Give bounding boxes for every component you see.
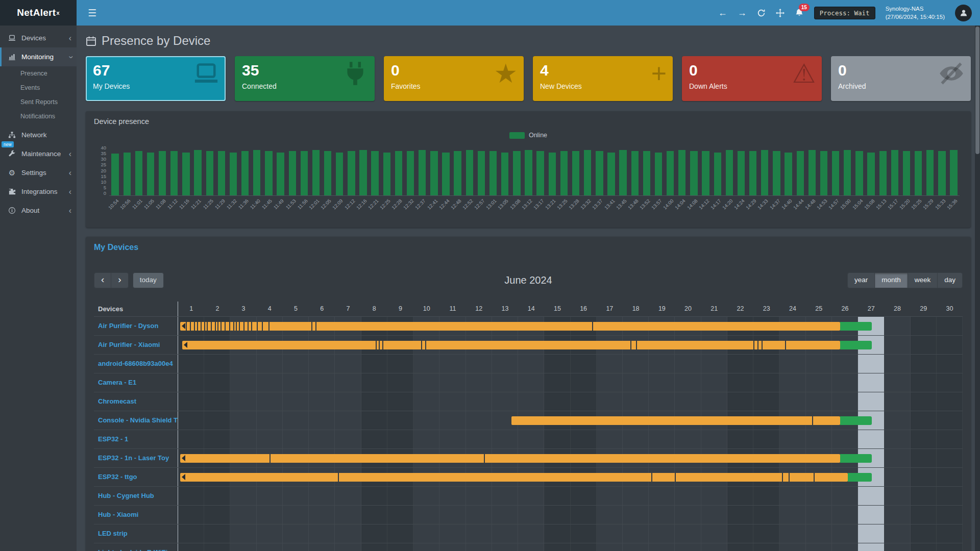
sidebar-item-settings[interactable]: ⚙Settings‹ — [0, 163, 77, 182]
infobox-my-devices[interactable]: 67My Devices — [86, 56, 226, 101]
move-icon[interactable] — [776, 9, 785, 17]
device-name-link[interactable]: Air Purifier - Dyson — [94, 317, 178, 335]
x-tick-label: 15:08 — [863, 198, 876, 211]
view-button-month[interactable]: month — [875, 272, 908, 288]
sidebar-subitem-presence[interactable]: Presence — [0, 66, 77, 81]
topbar-actions: ← → 15 Process: Wait Synology-NAS (27/06… — [718, 5, 980, 21]
device-name-link[interactable]: android-68608b93a00e4 — [94, 355, 178, 373]
device-name-link[interactable]: Air Purifier - Xiaomi — [94, 336, 178, 354]
sidebar-subitem-events[interactable]: Events — [0, 81, 77, 95]
next-button[interactable]: › — [111, 272, 128, 288]
day-header-18: 18 — [623, 305, 649, 312]
x-tick: 14:24 — [735, 196, 747, 221]
device-name-link[interactable]: Hub - Xiaomi — [94, 506, 178, 524]
presence-timeline-bar-green[interactable] — [840, 341, 871, 349]
offline-tick — [814, 473, 815, 482]
presence-bar — [511, 145, 523, 195]
day-header-25: 25 — [806, 305, 832, 312]
hamburger-menu-icon[interactable]: ☰ — [88, 7, 96, 19]
presence-timeline-bar-green[interactable] — [840, 416, 871, 425]
x-tick: 12:41 — [428, 196, 440, 221]
day-cell — [832, 543, 858, 551]
my-devices-title[interactable]: My Devices — [94, 243, 138, 252]
continues-before-marker — [181, 342, 187, 348]
prev-button[interactable]: ‹ — [94, 272, 111, 288]
device-name-link[interactable]: Hub - Cygnet Hub — [94, 487, 178, 505]
day-cell — [178, 373, 204, 392]
sidebar-item-integrations[interactable]: Integrations‹ — [0, 182, 77, 201]
device-name-link[interactable]: ESP32 - ttgo — [94, 468, 178, 486]
offline-tick — [675, 473, 676, 482]
sidebar-item-maintenance[interactable]: Maintenancenew‹ — [0, 144, 77, 163]
sidebar-subitem-sent-reports[interactable]: Sent Reports — [0, 95, 77, 109]
infobox-down-alerts[interactable]: 0Down Alerts⚠ — [682, 56, 822, 101]
bar-online — [797, 151, 804, 195]
today-button[interactable]: today — [133, 272, 164, 288]
forward-arrow-icon[interactable]: → — [738, 8, 747, 17]
bar-online — [525, 150, 532, 195]
device-name-link[interactable]: Chromecast — [94, 392, 178, 411]
presence-bar — [109, 145, 121, 195]
x-tick: 14:08 — [688, 196, 700, 221]
x-tick: 11:05 — [144, 196, 156, 221]
x-tick: 14:57 — [830, 196, 842, 221]
presence-timeline-bar-green[interactable] — [840, 454, 871, 463]
day-cell — [466, 506, 492, 524]
infobox-connected[interactable]: 35Connected — [235, 56, 375, 101]
infobox-new-devices[interactable]: 4New Devices+ — [533, 56, 673, 101]
sidebar-item-devices[interactable]: Devices‹ — [0, 29, 77, 47]
day-cell — [544, 430, 570, 448]
day-cell — [937, 506, 963, 524]
presence-timeline-bar-green[interactable] — [848, 473, 872, 482]
day-cell — [361, 411, 387, 430]
device-name-link[interactable]: Camera - E1 — [94, 373, 178, 392]
view-button-year[interactable]: year — [847, 272, 875, 288]
x-tick-label: 12:09 — [331, 198, 344, 211]
back-arrow-icon[interactable]: ← — [718, 8, 727, 17]
device-name-link[interactable]: Light - bedside B WiFi — [94, 543, 178, 551]
day-cell — [387, 373, 413, 392]
infobox-archived[interactable]: 0Archived — [831, 56, 971, 101]
device-name-link[interactable]: Console - Nvidia Shield T — [94, 411, 178, 430]
sidebar-item-monitoring[interactable]: Monitoring‹ — [0, 47, 77, 66]
offline-tick — [197, 322, 198, 331]
bar-online — [844, 150, 851, 195]
scrollbar-thumb[interactable] — [975, 27, 979, 154]
bar-online — [359, 150, 366, 195]
presence-bar — [582, 145, 594, 195]
x-tick-label: 13:57 — [650, 198, 663, 211]
device-name-link[interactable]: ESP32 - 1n - Laser Toy — [94, 449, 178, 467]
infobox-favorites[interactable]: 0Favorites★ — [384, 56, 524, 101]
chart-legend[interactable]: Online — [94, 132, 963, 139]
sidebar-subitem-notifications[interactable]: Notifications — [0, 109, 77, 123]
sidebar-item-about[interactable]: About‹ — [0, 201, 77, 220]
presence-timeline-bar-orange[interactable] — [182, 341, 841, 349]
app-logo[interactable]: NetAlertx — [0, 0, 77, 26]
process-status[interactable]: Process: Wait — [814, 7, 875, 19]
x-tick: 12:32 — [405, 196, 416, 221]
refresh-icon[interactable] — [757, 9, 766, 17]
device-name-link[interactable]: LED strip — [94, 524, 178, 543]
view-button-day[interactable]: day — [938, 272, 963, 288]
day-cell — [518, 487, 544, 505]
presence-timeline-bar-orange[interactable] — [180, 322, 840, 331]
offline-tick — [789, 473, 790, 482]
presence-bar — [594, 145, 605, 195]
day-cell — [387, 524, 413, 543]
day-cell — [439, 543, 465, 551]
x-tick: 11:12 — [168, 196, 180, 221]
day-header-29: 29 — [911, 305, 937, 312]
view-button-week[interactable]: week — [908, 272, 938, 288]
device-name-link[interactable]: ESP32 - 1 — [94, 430, 178, 448]
presence-timeline-bar-orange[interactable] — [180, 473, 847, 482]
presence-timeline-bar-orange[interactable] — [180, 454, 840, 463]
bar-online — [643, 151, 650, 195]
day-cell — [544, 543, 570, 551]
presence-timeline-bar-green[interactable] — [840, 322, 871, 331]
presence-timeline-bar-orange[interactable] — [511, 416, 840, 425]
bar-online — [489, 151, 497, 195]
notifications-bell[interactable]: 15 — [795, 8, 804, 17]
x-tick-label: 11:49 — [273, 198, 285, 210]
avatar[interactable] — [955, 5, 972, 21]
timeline-grid — [178, 317, 963, 335]
